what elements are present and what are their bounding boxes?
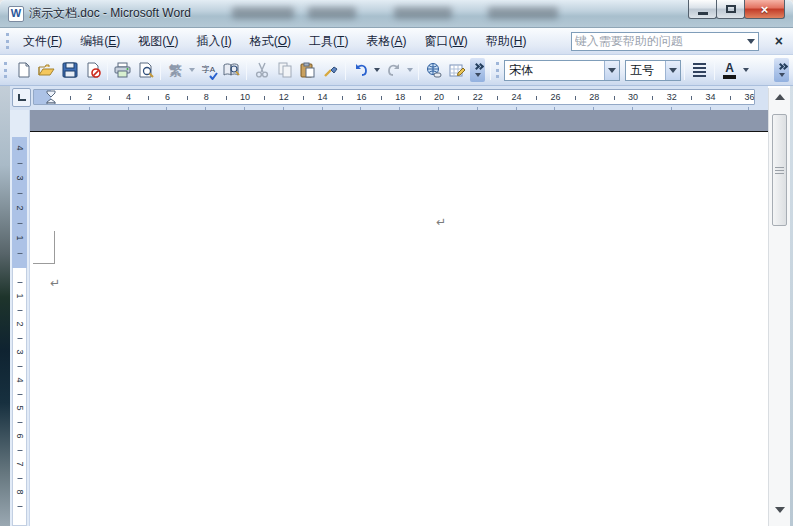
menu-a[interactable]: 表格(A) (357, 29, 415, 54)
font-size-combobox[interactable]: 五号 (625, 60, 681, 81)
save-floppy-icon (62, 62, 78, 78)
vertical-ruler[interactable]: 432112345678 (10, 110, 30, 526)
new-document-button[interactable] (12, 59, 35, 82)
close-button[interactable]: × (744, 0, 785, 19)
menu-bar: 文件(F)编辑(E)视图(V)插入(I)格式(O)工具(T)表格(A)窗口(W)… (0, 28, 793, 55)
traditional-chinese-button[interactable]: 繁 (164, 59, 187, 82)
save-button[interactable] (58, 59, 81, 82)
toolbar-row: 繁 字A (0, 55, 793, 86)
menu-w[interactable]: 窗口(W) (415, 29, 476, 54)
print-preview-button[interactable] (134, 59, 157, 82)
hruler-number: 32 (667, 92, 677, 102)
spelling-grammar-button[interactable]: 字A (197, 59, 220, 82)
vruler-number: 2 (15, 321, 25, 326)
format-painter-button[interactable] (319, 59, 342, 82)
vruler-number: 6 (15, 433, 25, 438)
toolbar-separator (160, 60, 161, 80)
minimize-icon (698, 12, 708, 15)
blurred-watermark (308, 7, 356, 19)
page-area[interactable]: ↵ ↵ (30, 110, 768, 526)
vruler-number: 3 (15, 175, 25, 180)
cut-button[interactable] (250, 59, 273, 82)
undo-dropdown-icon[interactable] (374, 68, 380, 72)
title-bar: W 演示文档.doc - Microsoft Word × (0, 0, 793, 28)
hruler-number: 4 (126, 92, 131, 102)
open-button[interactable] (35, 59, 58, 82)
menu-f[interactable]: 文件(F) (14, 29, 71, 54)
font-color-dropdown-icon[interactable] (743, 68, 749, 72)
horizontal-ruler[interactable]: 24681012141618202224262830323436 (33, 89, 755, 105)
redo-dropdown-icon[interactable] (407, 68, 413, 72)
vertical-scrollbar[interactable] (768, 88, 790, 526)
left-indent-marker (47, 103, 55, 105)
tables-borders-icon (449, 62, 465, 78)
left-tab-icon (18, 94, 26, 101)
undo-button[interactable] (349, 59, 372, 82)
paste-button[interactable] (296, 59, 319, 82)
redo-button[interactable] (382, 59, 405, 82)
word-window: W 演示文档.doc - Microsoft Word × 文件(F)编辑(E)… (0, 0, 793, 526)
insert-hyperlink-button[interactable] (422, 59, 445, 82)
vruler-number: 4 (15, 377, 25, 382)
copy-button[interactable] (273, 59, 296, 82)
permission-button[interactable] (81, 59, 104, 82)
formatting-toolbar-grip[interactable] (496, 62, 499, 78)
indent-markers[interactable] (43, 90, 67, 105)
vertical-ruler-text-section (12, 268, 27, 526)
undo-icon (353, 63, 369, 77)
menu-e[interactable]: 编辑(E) (71, 29, 129, 54)
scrollbar-thumb[interactable] (772, 114, 787, 226)
hruler-number: 10 (240, 92, 250, 102)
menu-t[interactable]: 工具(T) (300, 29, 357, 54)
text-boundary-cropmark-horizontal (33, 263, 55, 264)
vruler-number: 2 (15, 205, 25, 210)
redo-icon (386, 63, 402, 77)
menubar-grip-handle[interactable] (6, 33, 9, 49)
distribute-align-button[interactable] (688, 59, 711, 82)
window-controls: × (689, 0, 785, 19)
toolbar-options-arrow-icon (779, 73, 785, 77)
maximize-button[interactable] (716, 0, 745, 19)
scroll-down-button[interactable] (772, 504, 787, 516)
menu-o[interactable]: 格式(O) (241, 29, 300, 54)
font-name-combobox[interactable]: 宋体 (504, 60, 620, 81)
vruler-number: 4 (15, 145, 25, 150)
close-icon: × (761, 2, 769, 17)
traditional-dropdown-icon[interactable] (189, 68, 195, 72)
hruler-number: 36 (744, 92, 754, 102)
hruler-number: 14 (318, 92, 328, 102)
toolbar-separator (107, 60, 108, 80)
standard-toolbar-grip[interactable] (4, 62, 7, 78)
first-line-indent-marker (47, 91, 55, 97)
minimize-button[interactable] (688, 0, 717, 19)
maximize-icon (726, 5, 736, 13)
hruler-number: 2 (87, 92, 92, 102)
standard-toolbar-options-button[interactable] (470, 58, 485, 82)
formatting-toolbar-options-button[interactable] (774, 58, 789, 82)
menu-v[interactable]: 视图(V) (129, 29, 187, 54)
print-button[interactable] (111, 59, 134, 82)
help-dropdown-icon[interactable] (747, 39, 755, 44)
research-button[interactable] (220, 59, 243, 82)
menu-h[interactable]: 帮助(H) (477, 29, 536, 54)
menu-items: 文件(F)编辑(E)视图(V)插入(I)格式(O)工具(T)表格(A)窗口(W)… (14, 29, 535, 54)
menubar-close-button[interactable]: × (769, 34, 789, 48)
tables-borders-button[interactable] (445, 59, 468, 82)
help-question-input[interactable]: 键入需要帮助的问题 (571, 32, 759, 51)
scroll-up-button[interactable] (772, 90, 787, 104)
hruler-number: 20 (434, 92, 444, 102)
toolbar-separator (246, 60, 247, 80)
hruler-number: 12 (279, 92, 289, 102)
menu-i[interactable]: 插入(I) (187, 29, 240, 54)
paragraph-mark: ↵ (50, 277, 60, 289)
vertical-ruler-margin-section (12, 137, 27, 268)
tab-selector-button[interactable] (12, 88, 31, 107)
font-size-dropdown-button[interactable] (665, 61, 680, 80)
word-app-icon[interactable]: W (8, 6, 24, 22)
toolbar-options-chevron-icon (778, 64, 785, 71)
vruler-number: 8 (15, 489, 25, 494)
hruler-number: 28 (589, 92, 599, 102)
font-name-dropdown-button[interactable] (604, 61, 619, 80)
vruler-number: 5 (15, 405, 25, 410)
font-color-button[interactable]: A (718, 59, 741, 82)
